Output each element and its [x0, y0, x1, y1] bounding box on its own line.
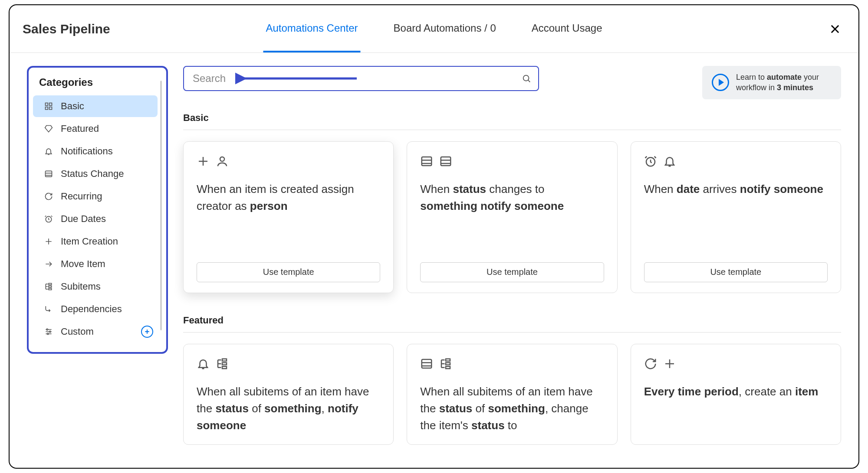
category-status-change[interactable]: Status Change [33, 163, 158, 185]
category-custom[interactable]: Custom [33, 321, 158, 343]
automations-window: Sales Pipeline Automations Center Board … [9, 4, 859, 469]
sidebar-scrollbar[interactable] [160, 81, 162, 330]
template-card[interactable]: When status changes to something notify … [407, 141, 617, 293]
list-icon [439, 155, 452, 168]
category-label: Recurring [61, 191, 102, 202]
category-due-dates[interactable]: Due Dates [33, 208, 158, 230]
category-label: Custom [61, 326, 94, 337]
card-text: When status changes to something notify … [420, 181, 604, 262]
svg-rect-23 [446, 362, 450, 365]
plus-icon [197, 155, 210, 168]
bell-icon [663, 155, 676, 168]
template-card[interactable]: When an item is created assign creator a… [183, 141, 394, 293]
card-text: Every time period, create an item [644, 383, 828, 434]
categories-sidebar: Categories Basic Featured Notifications … [27, 66, 168, 354]
card-icons [197, 155, 380, 168]
clock-icon [644, 155, 657, 168]
category-move-item[interactable]: Move Item [33, 253, 158, 275]
svg-rect-19 [222, 362, 227, 365]
person-icon [216, 155, 229, 168]
learn-text: Learn to automate your workflow in 3 min… [736, 72, 832, 93]
category-notifications[interactable]: Notifications [33, 140, 158, 162]
tree-icon [43, 281, 54, 292]
card-text: When all subitems of an item have the st… [420, 383, 604, 434]
card-text: When date arrives notify someone [644, 181, 828, 262]
plus-icon [663, 357, 676, 370]
list-icon [43, 169, 54, 179]
body: Categories Basic Featured Notifications … [10, 53, 858, 468]
bell-icon [197, 357, 210, 370]
section-title-featured: Featured [183, 315, 841, 333]
svg-rect-4 [46, 171, 52, 176]
svg-rect-3 [49, 107, 52, 110]
category-item-creation[interactable]: Item Creation [33, 231, 158, 252]
search-container [183, 66, 539, 91]
section-title-basic: Basic [183, 112, 841, 130]
search-icon [522, 74, 531, 83]
tab-account-usage[interactable]: Account Usage [529, 5, 605, 52]
category-label: Item Creation [61, 236, 118, 247]
header: Sales Pipeline Automations Center Board … [10, 5, 858, 53]
clock-icon [43, 214, 54, 224]
card-icons [420, 155, 604, 168]
svg-rect-22 [446, 359, 450, 361]
refresh-icon [644, 357, 657, 370]
category-label: Dependencies [61, 303, 122, 315]
card-icons [644, 357, 828, 370]
category-dependencies[interactable]: Dependencies [33, 298, 158, 320]
page-title: Sales Pipeline [23, 22, 110, 36]
card-text: When an item is created assign creator a… [197, 181, 380, 262]
svg-rect-0 [46, 103, 48, 106]
use-template-button[interactable]: Use template [420, 262, 604, 282]
svg-rect-2 [46, 107, 48, 110]
list-icon [420, 155, 433, 168]
template-card[interactable]: When date arrives notify someone Use tem… [631, 141, 841, 293]
category-subitems[interactable]: Subitems [33, 276, 158, 297]
arrow-right-icon [43, 259, 54, 269]
bell-icon [43, 146, 54, 157]
category-label: Notifications [61, 146, 113, 157]
play-icon [712, 74, 729, 91]
card-text: When all subitems of an item have the st… [197, 383, 380, 434]
tab-automations-center[interactable]: Automations Center [263, 5, 360, 52]
category-label: Featured [61, 123, 99, 134]
template-card[interactable]: Every time period, create an item [631, 344, 841, 445]
svg-rect-15 [422, 157, 432, 166]
template-card[interactable]: When all subitems of an item have the st… [183, 344, 394, 445]
use-template-button[interactable]: Use template [197, 262, 380, 282]
basic-cards: When an item is created assign creator a… [183, 141, 841, 293]
category-recurring[interactable]: Recurring [33, 186, 158, 207]
search-input[interactable] [183, 66, 539, 91]
svg-rect-24 [446, 366, 450, 369]
card-icons [644, 155, 828, 168]
category-featured[interactable]: Featured [33, 118, 158, 140]
card-icons [420, 357, 604, 370]
svg-rect-20 [222, 366, 227, 369]
plus-icon [144, 328, 151, 335]
template-card[interactable]: When all subitems of an item have the st… [407, 344, 617, 445]
svg-point-11 [47, 333, 49, 334]
category-label: Subitems [61, 281, 101, 292]
refresh-icon [43, 191, 54, 202]
learn-card[interactable]: Learn to automate your workflow in 3 min… [702, 66, 841, 99]
close-button[interactable] [829, 23, 841, 35]
svg-rect-6 [49, 284, 52, 285]
tree-icon [216, 357, 229, 370]
plus-icon [43, 236, 54, 247]
category-label: Move Item [61, 258, 105, 270]
topbar: Learn to automate your workflow in 3 min… [183, 66, 841, 99]
svg-rect-18 [222, 359, 227, 361]
svg-rect-1 [49, 103, 52, 106]
use-template-button[interactable]: Use template [644, 262, 828, 282]
featured-cards: When all subitems of an item have the st… [183, 344, 841, 445]
tree-icon [439, 357, 452, 370]
category-label: Basic [61, 101, 84, 112]
svg-point-12 [523, 75, 529, 81]
svg-point-9 [46, 329, 48, 330]
svg-point-10 [49, 331, 51, 332]
tab-board-automations[interactable]: Board Automations / 0 [391, 5, 499, 52]
category-label: Due Dates [61, 213, 106, 225]
add-custom-button[interactable] [141, 326, 153, 338]
category-basic[interactable]: Basic [33, 95, 158, 117]
svg-rect-16 [441, 157, 451, 166]
